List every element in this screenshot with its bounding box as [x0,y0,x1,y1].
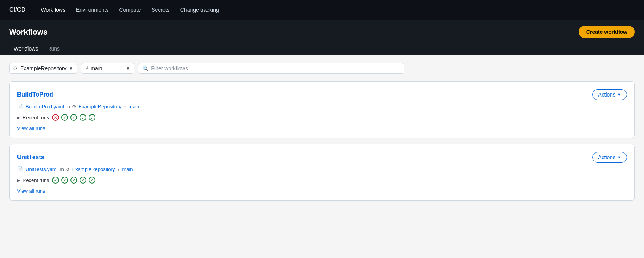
run-icon-u1[interactable]: ✓ [52,177,59,184]
branch-chevron-icon: ▼ [126,66,130,71]
branch-dropdown[interactable]: ⑂ main ▼ [81,63,134,74]
file-link-unittests[interactable]: UnitTests.yaml [25,166,58,172]
file-icon: 📄 [17,104,23,109]
repo-icon: ⟳ [13,65,18,71]
run-icon-u5[interactable]: ✓ [89,177,95,184]
view-all-runs-buildtoprod[interactable]: View all runs [17,125,45,131]
workflow-name-buildtoprod[interactable]: BuildToProd [17,91,53,98]
header-tabs: Workflows Runs [9,43,635,55]
branch-link-unittests[interactable]: main [122,166,133,172]
nav-workflows[interactable]: Workflows [41,5,65,14]
file-link-buildtoprod[interactable]: BuildToProd.yaml [25,104,64,109]
nav-compute[interactable]: Compute [119,5,141,14]
search-box: 🔍 [138,63,404,74]
nav-environments[interactable]: Environments [76,5,109,14]
filter-bar: ⟳ ExampleRepository ▼ ⑂ main ▼ 🔍 [9,63,635,74]
run-icon-2[interactable]: ✓ [61,114,68,121]
run-icons-unittests: ✓ ✓ ✓ ✓ ✓ [52,177,95,184]
content-area: ⟳ ExampleRepository ▼ ⑂ main ▼ 🔍 BuildTo… [0,55,644,214]
recent-runs-label-unittests[interactable]: ▶ Recent runs [17,177,49,183]
page-title: Workflows [9,28,48,36]
run-icon-3[interactable]: ✓ [70,114,77,121]
repository-value: ExampleRepository [20,65,66,71]
nav-change-tracking[interactable]: Change tracking [180,5,219,14]
recent-runs-unittests: ▶ Recent runs ✓ ✓ ✓ ✓ ✓ [17,177,627,184]
tab-workflows[interactable]: Workflows [9,43,43,55]
repo-meta-icon: ⟳ [72,104,76,109]
run-icon-1[interactable]: ✕ [52,114,59,121]
workflow-meta-unittests: 📄 UnitTests.yaml in ⟳ ExampleRepository … [17,166,627,172]
header-bar: Workflows Create workflow Workflows Runs [0,20,644,55]
run-icon-4[interactable]: ✓ [80,114,86,121]
repository-dropdown[interactable]: ⟳ ExampleRepository ▼ [9,63,77,74]
branch-icon: ⑂ [85,65,88,71]
run-icon-u3[interactable]: ✓ [70,177,77,184]
run-icon-u4[interactable]: ✓ [80,177,86,184]
tab-runs[interactable]: Runs [43,43,64,55]
view-all-runs-unittests[interactable]: View all runs [17,188,45,194]
run-icon-5[interactable]: ✓ [89,114,95,121]
repo-link-unittests[interactable]: ExampleRepository [72,166,115,172]
brand-logo: CI/CD [9,6,26,13]
actions-button-unittests[interactable]: Actions ▼ [592,152,627,163]
repo-link-buildtoprod[interactable]: ExampleRepository [78,104,121,109]
run-icon-u2[interactable]: ✓ [61,177,68,184]
run-icons-buildtoprod: ✕ ✓ ✓ ✓ ✓ [52,114,95,121]
card-header-2: UnitTests Actions ▼ [17,152,627,163]
nav-secrets[interactable]: Secrets [151,5,169,14]
actions-chevron-icon-2: ▼ [617,155,621,160]
branch-value: main [91,65,102,71]
triangle-icon: ▶ [17,116,20,120]
actions-chevron-icon: ▼ [617,92,621,97]
repo-chevron-icon: ▼ [68,66,73,71]
workflow-card-unittests: UnitTests Actions ▼ 📄 UnitTests.yaml in … [9,144,635,201]
file-icon-2: 📄 [17,166,23,172]
create-workflow-button[interactable]: Create workflow [579,26,635,38]
top-navigation: CI/CD Workflows Environments Compute Sec… [0,0,644,20]
card-header-1: BuildToProd Actions ▼ [17,89,627,100]
workflow-list: BuildToProd Actions ▼ 📄 BuildToProd.yaml… [9,81,635,201]
branch-link-buildtoprod[interactable]: main [129,104,139,109]
recent-runs-buildtoprod: ▶ Recent runs ✕ ✓ ✓ ✓ ✓ [17,114,627,121]
repo-meta-icon-2: ⟳ [66,167,70,172]
branch-meta-icon: ⑂ [124,104,126,109]
branch-meta-icon-2: ⑂ [117,167,120,172]
search-input[interactable] [151,65,400,71]
triangle-icon-2: ▶ [17,178,20,182]
workflow-card-buildtoprod: BuildToProd Actions ▼ 📄 BuildToProd.yaml… [9,81,635,138]
workflow-meta-buildtoprod: 📄 BuildToProd.yaml in ⟳ ExampleRepositor… [17,104,627,109]
search-icon: 🔍 [142,65,149,71]
recent-runs-label-buildtoprod[interactable]: ▶ Recent runs [17,115,49,120]
actions-button-buildtoprod[interactable]: Actions ▼ [592,89,627,100]
workflow-name-unittests[interactable]: UnitTests [17,154,45,161]
